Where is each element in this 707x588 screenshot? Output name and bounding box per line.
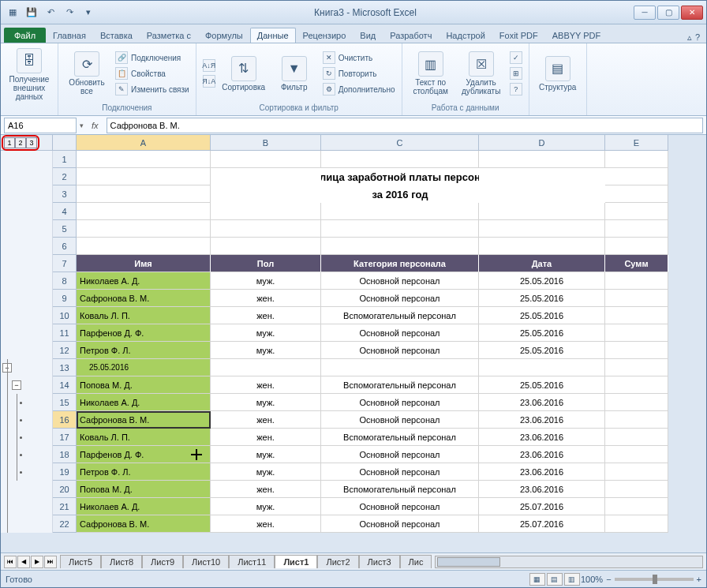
- row-header[interactable]: 18: [53, 446, 77, 463]
- date-cell[interactable]: 23.06.2016: [479, 429, 605, 446]
- close-button[interactable]: ✕: [681, 6, 703, 20]
- minimize-button[interactable]: ─: [634, 6, 656, 20]
- cell[interactable]: [605, 151, 668, 168]
- sex-cell[interactable]: муж.: [211, 394, 321, 411]
- formula-input[interactable]: [107, 118, 703, 133]
- tab-рецензиро[interactable]: Рецензиро: [296, 28, 354, 43]
- properties-button[interactable]: 📋Свойства: [114, 66, 191, 81]
- sex-cell[interactable]: жен.: [211, 481, 321, 498]
- sex-cell[interactable]: жен.: [211, 515, 321, 533]
- consolidate-button[interactable]: ⊞: [508, 66, 524, 81]
- row-header[interactable]: 17: [53, 429, 77, 446]
- name-cell[interactable]: Парфенов Д. Ф.: [77, 324, 211, 342]
- date-cell[interactable]: 23.06.2016: [479, 481, 605, 498]
- whatif-button[interactable]: ?: [508, 82, 524, 96]
- name-cell[interactable]: Коваль Л. П.: [77, 307, 211, 324]
- row-header[interactable]: 19: [53, 463, 77, 481]
- tab-формулы[interactable]: Формулы: [198, 28, 250, 43]
- category-cell[interactable]: Вспомогательный персонал: [321, 307, 479, 324]
- tab-главная[interactable]: Главная: [46, 28, 93, 43]
- sex-cell[interactable]: муж.: [211, 446, 321, 463]
- date-cell[interactable]: 23.06.2016: [479, 463, 605, 481]
- sheet-tab[interactable]: Лист3: [359, 555, 400, 568]
- qat-dropdown-icon[interactable]: ▾: [80, 4, 97, 21]
- date-cell[interactable]: 25.05.2016: [479, 324, 605, 342]
- name-cell[interactable]: Сафронова В. М.: [77, 411, 211, 429]
- date-cell[interactable]: 25.07.2016: [479, 498, 605, 515]
- date-cell[interactable]: 25.05.2016: [479, 290, 605, 307]
- row-header[interactable]: 4: [53, 203, 77, 220]
- sheet-tab[interactable]: Лист8: [101, 555, 142, 568]
- name-cell[interactable]: Петров Ф. Л.: [77, 342, 211, 359]
- save-button[interactable]: 💾: [23, 4, 40, 21]
- cell[interactable]: [479, 220, 605, 238]
- cell[interactable]: [479, 185, 605, 203]
- cell[interactable]: [605, 324, 668, 342]
- redo-button[interactable]: ↷: [61, 4, 78, 21]
- sex-cell[interactable]: жен.: [211, 290, 321, 307]
- cell[interactable]: [479, 203, 605, 220]
- col-name-header[interactable]: Имя: [77, 255, 211, 272]
- tab-вид[interactable]: Вид: [353, 28, 383, 43]
- row-header[interactable]: 21: [53, 498, 77, 515]
- outline-collapse-button[interactable]: −: [12, 380, 21, 390]
- cell[interactable]: [479, 238, 605, 255]
- category-cell[interactable]: Вспомогательный персонал: [321, 481, 479, 498]
- namebox-dropdown-icon[interactable]: ▾: [80, 122, 84, 129]
- excel-icon[interactable]: ▦: [4, 4, 21, 21]
- row-header[interactable]: 6: [53, 238, 77, 255]
- sheet-tab[interactable]: Лист2: [317, 555, 358, 568]
- row-header[interactable]: 7: [53, 255, 77, 272]
- name-cell[interactable]: Попова М. Д.: [77, 481, 211, 498]
- tab-file[interactable]: Файл: [4, 28, 46, 43]
- category-cell[interactable]: Основной персонал: [321, 394, 479, 411]
- cell[interactable]: [605, 498, 668, 515]
- category-cell[interactable]: Основной персонал: [321, 515, 479, 533]
- cell[interactable]: [321, 238, 479, 255]
- cell[interactable]: [605, 481, 668, 498]
- row-header[interactable]: 9: [53, 290, 77, 307]
- sort-za-button[interactable]: Я↓А: [201, 74, 217, 88]
- ribbon-minimize-icon[interactable]: ▵: [687, 32, 692, 43]
- name-cell[interactable]: Николаев А. Д.: [77, 498, 211, 515]
- cell[interactable]: [211, 168, 321, 185]
- name-cell[interactable]: Сафронова В. М.: [77, 290, 211, 307]
- cell[interactable]: [605, 203, 668, 220]
- data-validation-button[interactable]: ✓: [508, 51, 524, 65]
- date-cell[interactable]: 25.05.2016: [479, 307, 605, 324]
- row-header[interactable]: 8: [53, 272, 77, 290]
- tab-разметка с[interactable]: Разметка с: [140, 28, 198, 43]
- tab-prev-button[interactable]: ◀: [17, 556, 30, 568]
- zoom-out-button[interactable]: −: [606, 575, 611, 584]
- category-cell[interactable]: Основной персонал: [321, 342, 479, 359]
- tab-надстрой[interactable]: Надстрой: [439, 28, 492, 43]
- table-title[interactable]: Таблица заработной платы персонала: [321, 168, 479, 185]
- row-header[interactable]: 10: [53, 307, 77, 324]
- category-cell[interactable]: Вспомогательный персонал: [321, 429, 479, 446]
- cell[interactable]: [211, 203, 321, 220]
- tab-next-button[interactable]: ▶: [31, 556, 43, 568]
- cell[interactable]: [605, 359, 668, 376]
- cell[interactable]: [77, 185, 211, 203]
- sort-az-button[interactable]: А↓Я: [201, 58, 217, 73]
- cell[interactable]: [605, 429, 668, 446]
- date-cell[interactable]: 23.06.2016: [479, 394, 605, 411]
- row-header[interactable]: 11: [53, 324, 77, 342]
- sheet-tab[interactable]: Лист9: [142, 555, 183, 568]
- col-header-a[interactable]: A: [77, 135, 211, 151]
- cell[interactable]: [605, 238, 668, 255]
- remove-duplicates-button[interactable]: ☒Удалить дубликаты: [458, 48, 505, 99]
- cell[interactable]: [605, 463, 668, 481]
- col-header-d[interactable]: D: [479, 135, 605, 151]
- row-header[interactable]: 5: [53, 220, 77, 238]
- name-cell[interactable]: Попова М. Д.: [77, 376, 211, 394]
- col-sum-header[interactable]: Сумм: [605, 255, 668, 272]
- date-cell[interactable]: 23.06.2016: [479, 411, 605, 429]
- name-cell[interactable]: Коваль Л. П.: [77, 429, 211, 446]
- col-sex-header[interactable]: Пол: [211, 255, 321, 272]
- maximize-button[interactable]: ▢: [657, 6, 679, 20]
- category-cell[interactable]: Основной персонал: [321, 272, 479, 290]
- tab-last-button[interactable]: ⏭: [44, 556, 57, 568]
- sheet-tab[interactable]: Лист5: [60, 555, 101, 568]
- name-cell[interactable]: Николаев А. Д.: [77, 272, 211, 290]
